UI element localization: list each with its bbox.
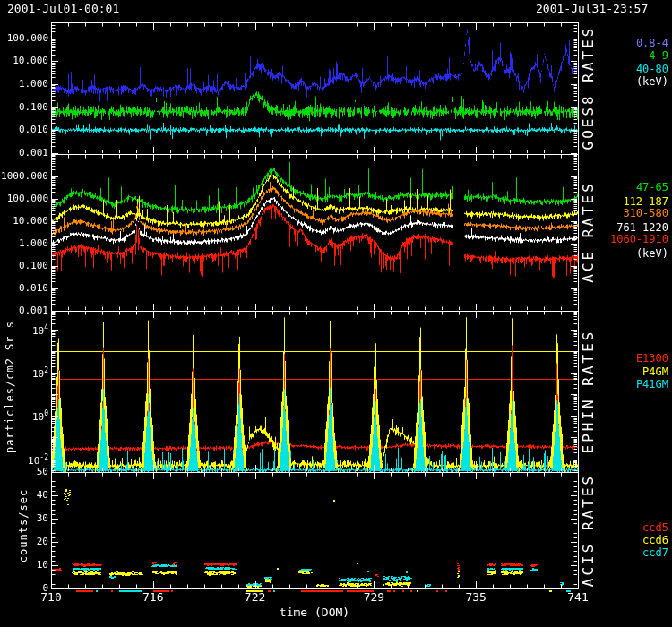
y-tick-label-goes8: 1.000 — [0, 79, 48, 89]
y-tick-label-acis: 20 — [0, 537, 48, 546]
legend-entry-ace-0: 47-65 — [586, 182, 668, 193]
legend-entry-ephin-0: E1300 — [586, 353, 668, 364]
y-tick-label-acis: 40 — [0, 490, 48, 500]
legend-entry-goes8-0: 0.8-4 — [586, 38, 668, 48]
side-title-ephin: EPHIN RATES — [582, 330, 596, 454]
y-tick-label-ace: 0.001 — [0, 305, 48, 315]
end-datetime: 2001-Jul31-23:57 — [536, 3, 648, 14]
y-tick-label-ephin: 10-2 — [0, 454, 48, 466]
start-datetime: 2001-Jul01-00:01 — [7, 3, 119, 14]
y-tick-label-ephin: 104 — [0, 324, 48, 336]
y-tick-label-ace: 100.000 — [0, 193, 48, 203]
acis-y-axis-label: counts/sec — [18, 489, 29, 563]
y-tick-label-ace: 0.010 — [0, 283, 48, 293]
x-tick-label: 722 — [236, 591, 275, 603]
legend-entry-ace-3: 761-1220 — [586, 222, 668, 233]
legend-entry-ace-2: 310-580 — [586, 208, 668, 219]
legend-entry-goes8-3: (keV) — [586, 76, 668, 87]
y-tick-label-ace: 10.000 — [0, 216, 48, 226]
ephin-y-axis-label: particles/cm2 Sr s — [4, 321, 15, 453]
y-tick-label-ephin: 102 — [0, 367, 48, 379]
y-tick-label-acis: 0 — [0, 583, 48, 593]
legend-entry-acis-1: ccd6 — [586, 535, 668, 545]
y-tick-label-goes8: 0.001 — [0, 148, 48, 158]
legend-entry-acis-0: ccd5 — [586, 522, 668, 533]
y-tick-label-acis: 50 — [0, 467, 48, 477]
x-axis-label: time (DOM) — [280, 606, 349, 618]
legend-entry-ace-1: 112-187 — [586, 196, 668, 207]
y-tick-label-acis: 10 — [0, 560, 48, 570]
legend-entry-ace-4: 1060-1910 — [586, 234, 668, 245]
y-tick-label-goes8: 0.100 — [0, 102, 48, 112]
y-tick-label-ace: 1000.000 — [0, 171, 48, 181]
legend-entry-goes8-2: 40-80 — [586, 64, 668, 74]
legend-entry-acis-2: ccd7 — [586, 547, 668, 558]
legend-entry-goes8-1: 4-9 — [586, 50, 668, 61]
y-tick-label-ephin: 100 — [0, 410, 48, 422]
legend-entry-ephin-2: P41GM — [586, 379, 668, 390]
y-tick-label-goes8: 100.000 — [0, 33, 48, 43]
x-tick-label: 741 — [558, 591, 598, 603]
x-tick-label: 729 — [354, 591, 393, 603]
y-tick-label-ace: 0.100 — [0, 261, 48, 271]
radiation-environment-plot: 2001-Jul01-00:01 2001-Jul31-23:57 time (… — [0, 0, 672, 627]
legend-entry-ephin-1: P4GM — [586, 366, 668, 377]
y-tick-label-goes8: 10.000 — [0, 56, 48, 65]
y-tick-label-acis: 30 — [0, 513, 48, 523]
y-tick-label-goes8: 0.010 — [0, 125, 48, 134]
x-tick-label: 735 — [456, 591, 495, 603]
plot-canvas — [0, 0, 672, 627]
x-tick-label: 716 — [134, 591, 173, 603]
legend-entry-ace-5: (keV) — [586, 248, 668, 259]
y-tick-label-ace: 1.000 — [0, 238, 48, 248]
